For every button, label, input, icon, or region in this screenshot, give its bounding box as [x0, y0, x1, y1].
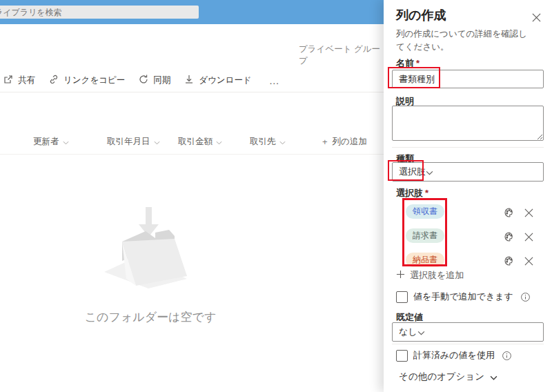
delete-choice-icon[interactable] — [522, 230, 535, 244]
plus-icon — [396, 270, 405, 281]
suite-header — [0, 0, 384, 24]
chevron-down-icon — [490, 372, 497, 382]
choice-row: 領収書 — [384, 204, 552, 221]
chevron-down-icon — [154, 137, 160, 147]
create-column-panel: 列の作成 列の作成についての詳細を確認してください。 名前* 説明 種類 選択肢… — [384, 0, 552, 392]
more-options-button[interactable]: その他のオプション — [399, 371, 497, 383]
sync-label: 同期 — [153, 75, 170, 86]
delete-choice-icon[interactable] — [522, 254, 535, 268]
add-choice-button[interactable]: 選択肢を追加 — [396, 269, 464, 282]
share-button[interactable]: 共有 — [3, 74, 35, 87]
copy-link-icon — [48, 74, 59, 87]
panel-title: 列の作成 — [396, 7, 446, 23]
manual-add-checkbox[interactable] — [396, 291, 408, 303]
more-commands-button[interactable]: … — [265, 75, 284, 86]
section-divider — [392, 147, 544, 148]
copy-link-label: リンクをコピー — [63, 75, 125, 86]
header-divider — [0, 154, 384, 155]
sync-icon — [138, 74, 149, 87]
chevron-down-icon — [417, 327, 425, 337]
delete-choice-icon[interactable] — [522, 206, 535, 219]
app-window: プライベート グループ 共有 リンクをコピー — [0, 0, 552, 392]
empty-state-message: このフォルダーは空です — [78, 309, 223, 325]
add-column-button[interactable]: + 列の追加 — [322, 136, 367, 148]
sync-button[interactable]: 同期 — [138, 74, 170, 87]
name-input[interactable] — [392, 70, 544, 88]
manual-add-checkbox-row[interactable]: 値を手動で追加できます — [396, 291, 531, 303]
chevron-down-icon — [216, 137, 222, 147]
palette-icon[interactable] — [502, 206, 516, 219]
type-dropdown-value: 選択肢 — [399, 166, 426, 178]
type-dropdown[interactable]: 選択肢 — [392, 162, 544, 182]
toolbar-divider — [0, 92, 384, 92]
download-button[interactable]: ダウンロード — [184, 74, 251, 87]
column-header-transaction-amount[interactable]: 取引金額 — [178, 136, 222, 148]
palette-icon[interactable] — [502, 254, 516, 268]
section-divider — [392, 344, 544, 344]
column-header-updater[interactable]: 更新者 — [33, 136, 69, 148]
share-label: 共有 — [18, 75, 35, 86]
column-header-client[interactable]: 取引先 — [250, 136, 286, 148]
required-asterisk: * — [425, 188, 428, 198]
chevron-down-icon — [63, 137, 69, 147]
chevron-down-icon — [279, 137, 286, 147]
share-icon — [3, 74, 14, 87]
group-type-label: プライベート グループ — [299, 43, 384, 67]
panel-description: 列の作成についての詳細を確認してください。 — [396, 28, 535, 55]
choice-pill[interactable]: 領収書 — [406, 204, 444, 219]
column-header-transaction-date[interactable]: 取引年月日 — [107, 136, 160, 148]
default-value: なし — [399, 326, 417, 338]
choice-pill[interactable]: 納品書 — [406, 253, 444, 267]
info-icon[interactable] — [502, 351, 512, 361]
empty-folder-illustration — [92, 207, 209, 291]
calculated-value-checkbox-row[interactable]: 計算済みの値を使用 — [396, 349, 512, 362]
copy-link-button[interactable]: リンクをコピー — [48, 74, 125, 87]
library-main: プライベート グループ 共有 リンクをコピー — [0, 0, 384, 392]
empty-state: このフォルダーは空です — [78, 207, 223, 325]
description-textarea[interactable] — [392, 106, 544, 141]
choice-pill[interactable]: 請求書 — [406, 228, 444, 243]
search-input[interactable] — [0, 6, 199, 19]
name-field-label: 名前* — [396, 57, 420, 70]
palette-icon[interactable] — [502, 230, 516, 244]
column-header-row: 更新者 取引年月日 取引金額 取引先 + 列の追加 — [0, 136, 384, 150]
choice-row: 請求書 — [384, 228, 552, 245]
default-value-dropdown[interactable]: なし — [392, 322, 544, 342]
download-label: ダウンロード — [199, 75, 251, 86]
command-bar: 共有 リンクをコピー 同期 — [3, 70, 284, 90]
download-icon — [184, 74, 195, 87]
chevron-down-icon — [426, 167, 433, 177]
info-icon[interactable] — [520, 292, 531, 302]
calculated-value-checkbox[interactable] — [396, 350, 408, 362]
close-icon[interactable] — [529, 10, 544, 25]
choice-row: 納品書 — [384, 253, 552, 269]
required-asterisk: * — [416, 58, 420, 68]
plus-icon: + — [322, 137, 328, 147]
choices-field-label: 選択肢* — [396, 187, 428, 199]
